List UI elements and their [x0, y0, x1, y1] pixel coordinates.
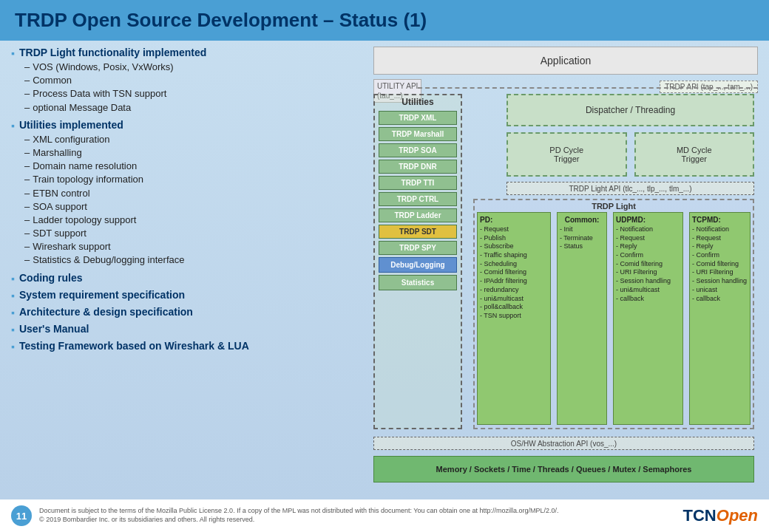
list-item: Common: [24, 74, 351, 87]
pd-cycle-box: PD CycleTrigger: [507, 132, 627, 177]
section-2-heading: Utilities implemented: [11, 119, 351, 132]
list-item: Statistics & Debug/logging interface: [24, 253, 351, 267]
trdp-light-label: TRDP Light: [475, 200, 753, 212]
slide: TRDP Open Source Development – Status (1…: [0, 0, 769, 532]
list-item: SDT support: [24, 227, 351, 240]
dashed-separator-1: [418, 87, 758, 89]
common-box: Common: - Init- Terminate- Status: [557, 212, 607, 425]
trdp-ladder-box: TRDP Ladder: [379, 208, 457, 222]
udpmd-items: - Notification- Request- Reply- Confirm-…: [616, 225, 680, 303]
memory-bar: Memory / Sockets / Time / Threads / Queu…: [373, 456, 754, 482]
utilities-label: Utilities: [375, 95, 461, 109]
pd-box: PD: - Request- Publish- Subscribe- Traff…: [477, 212, 551, 425]
trdp-dnr-box: TRDP DNR: [379, 160, 457, 174]
pd-title: PD:: [480, 215, 548, 225]
statistics-box: Statistics: [379, 275, 457, 290]
dispatcher-label: Dispatcher / Threading: [586, 105, 675, 115]
trdp-light-api-text: TRDP Light API (tlc_..., tlp_..., tlm_..…: [569, 185, 692, 193]
list-item: Process Data with TSN support: [24, 87, 351, 100]
list-item: XML configuration: [24, 133, 351, 146]
trdp-ctrl-box: TRDP CTRL: [379, 192, 457, 206]
section-1-bullets: VOS (Windows, Posix, VxWorks) Common Pro…: [24, 61, 351, 115]
list-item: SOA support: [24, 200, 351, 214]
section-4-heading: System requirement specification: [11, 289, 351, 301]
os-hw-label: OS/HW Abstraction API (vos_...): [373, 437, 754, 450]
architecture-diagram: Application UTILITY API(tau_...) TRDP AP…: [359, 47, 758, 490]
dispatcher-box: Dispatcher / Threading: [507, 94, 754, 126]
section-5: Architecture & design specification: [11, 306, 351, 318]
list-item: VOS (Windows, Posix, VxWorks): [24, 61, 351, 74]
trdp-spy-box: TRDP SPY: [379, 241, 457, 255]
left-column: TRDP Light functionality implemented VOS…: [11, 47, 351, 490]
section-1-heading: TRDP Light functionality implemented: [11, 47, 351, 59]
pd-items: - Request- Publish- Subscribe- Traffic s…: [480, 225, 548, 321]
application-box: Application: [373, 47, 758, 75]
section-7-heading: Testing Framework based on Wireshark & L…: [11, 340, 351, 352]
common-title: Common:: [560, 215, 604, 225]
section-2: Utilities implemented XML configuration …: [11, 119, 351, 267]
footer-logo: TCNOpen: [683, 506, 758, 525]
section-4: System requirement specification: [11, 289, 351, 301]
title-bar: TRDP Open Source Development – Status (1…: [0, 0, 769, 41]
memory-label: Memory / Sockets / Time / Threads / Queu…: [436, 465, 692, 474]
udpmd-box: UDPMD: - Notification- Request- Reply- C…: [613, 212, 683, 425]
application-label: Application: [541, 55, 592, 66]
section-1: TRDP Light functionality implemented VOS…: [11, 47, 351, 115]
section-5-heading: Architecture & design specification: [11, 306, 351, 318]
debug-logging-box: Debug/Logging: [379, 257, 457, 273]
tcpmd-box: TCPMD: - Notification- Request- Reply- C…: [689, 212, 751, 425]
trdp-soa-box: TRDP SOA: [379, 143, 457, 157]
section-7: Testing Framework based on Wireshark & L…: [11, 340, 351, 352]
slide-title: TRDP Open Source Development – Status (1…: [15, 9, 427, 32]
list-item: Ladder topology support: [24, 214, 351, 227]
trdp-sdt-box: TRDP SDT: [379, 225, 457, 239]
footer: 11 Document is subject to the terms of t…: [0, 499, 769, 532]
os-hw-text: OS/HW Abstraction API (vos_...): [511, 440, 617, 448]
cycle-container: PD CycleTrigger MD CycleTrigger: [507, 132, 754, 177]
section-3: Coding rules: [11, 272, 351, 284]
trdp-marshall-box: TRDP Marshall: [379, 127, 457, 141]
section-6: User's Manual: [11, 323, 351, 335]
list-item: optional Message Data: [24, 101, 351, 115]
list-item: Train topology information: [24, 173, 351, 186]
tcpmd-items: - Notification- Request- Reply- Confirm-…: [692, 225, 748, 303]
md-cycle-box: MD CycleTrigger: [634, 132, 755, 177]
list-item: Wireshark support: [24, 240, 351, 253]
trdp-xml-box: TRDP XML: [379, 111, 457, 125]
footer-legal: Document is subject to the terms of the …: [39, 507, 676, 524]
right-column: Application UTILITY API(tau_...) TRDP AP…: [359, 47, 758, 490]
list-item: Domain name resolution: [24, 160, 351, 173]
content-area: TRDP Light functionality implemented VOS…: [0, 41, 769, 496]
section-2-bullets: XML configuration Marshalling Domain nam…: [24, 133, 351, 267]
logo-open: Open: [717, 506, 758, 525]
list-item: Marshalling: [24, 146, 351, 160]
trdp-tti-box: TRDP TTI: [379, 176, 457, 190]
common-items: - Init- Terminate- Status: [560, 225, 604, 251]
section-3-heading: Coding rules: [11, 272, 351, 284]
logo-tcn: TCN: [683, 506, 717, 525]
udpmd-title: UDPMD:: [616, 215, 680, 225]
tcpmd-title: TCPMD:: [692, 215, 748, 225]
utilities-outer-box: Utilities TRDP XML TRDP Marshall TRDP SO…: [373, 94, 462, 429]
trdp-light-api-label: TRDP Light API (tlc_..., tlp_..., tlm_..…: [507, 182, 754, 195]
section-6-heading: User's Manual: [11, 323, 351, 335]
page-number: 11: [11, 505, 32, 526]
list-item: ETBN control: [24, 187, 351, 200]
